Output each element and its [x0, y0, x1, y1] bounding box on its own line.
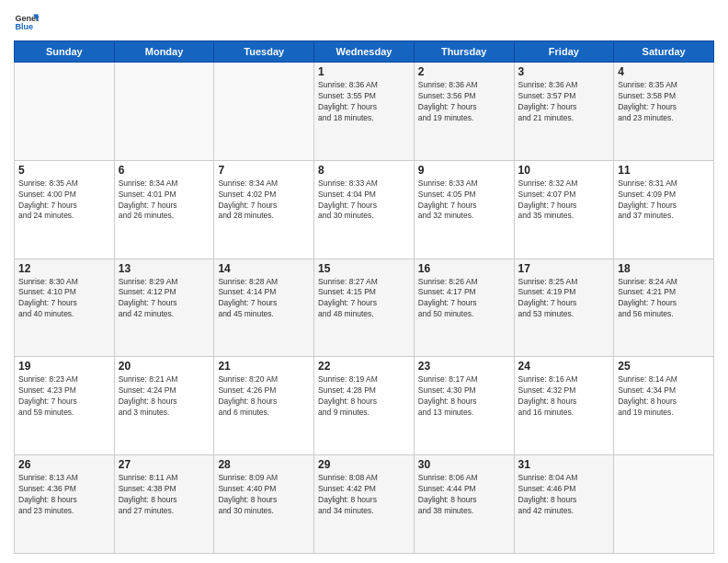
- day-number: 18: [618, 262, 710, 275]
- calendar-day-cell: 20Sunrise: 8:21 AMSunset: 4:24 PMDayligh…: [114, 357, 214, 455]
- day-info: Sunrise: 8:27 AMSunset: 4:15 PMDaylight:…: [318, 277, 410, 321]
- day-info: Sunrise: 8:19 AMSunset: 4:28 PMDaylight:…: [318, 374, 410, 419]
- calendar-day-cell: 29Sunrise: 8:08 AMSunset: 4:42 PMDayligh…: [314, 455, 415, 554]
- day-number: 31: [518, 458, 610, 471]
- day-info: Sunrise: 8:04 AMSunset: 4:46 PMDaylight:…: [518, 473, 610, 517]
- calendar-day-cell: 9Sunrise: 8:33 AMSunset: 4:05 PMDaylight…: [414, 160, 514, 259]
- calendar-day-cell: [214, 63, 314, 161]
- day-number: 8: [318, 164, 410, 177]
- day-number: 5: [18, 164, 110, 177]
- calendar-day-cell: 3Sunrise: 8:36 AMSunset: 3:57 PMDaylight…: [514, 63, 614, 161]
- day-number: 26: [18, 458, 110, 471]
- calendar-week-row: 5Sunrise: 8:35 AMSunset: 4:00 PMDaylight…: [15, 160, 714, 259]
- day-of-week-header: Thursday: [414, 41, 514, 63]
- calendar-day-cell: 4Sunrise: 8:35 AMSunset: 3:58 PMDaylight…: [614, 63, 714, 161]
- day-info: Sunrise: 8:35 AMSunset: 4:00 PMDaylight:…: [18, 178, 110, 223]
- calendar-day-cell: 16Sunrise: 8:26 AMSunset: 4:17 PMDayligh…: [414, 259, 514, 357]
- day-number: 24: [518, 360, 610, 373]
- day-of-week-header: Saturday: [614, 41, 714, 63]
- day-info: Sunrise: 8:28 AMSunset: 4:14 PMDaylight:…: [218, 277, 310, 321]
- calendar-day-cell: 15Sunrise: 8:27 AMSunset: 4:15 PMDayligh…: [314, 259, 415, 357]
- calendar-day-cell: 24Sunrise: 8:16 AMSunset: 4:32 PMDayligh…: [514, 357, 614, 455]
- day-of-week-header: Tuesday: [214, 41, 314, 63]
- day-number: 3: [518, 65, 610, 78]
- logo: General Blue: [14, 9, 43, 35]
- day-info: Sunrise: 8:06 AMSunset: 4:44 PMDaylight:…: [418, 473, 510, 517]
- calendar-table: SundayMondayTuesdayWednesdayThursdayFrid…: [14, 40, 714, 554]
- day-info: Sunrise: 8:17 AMSunset: 4:30 PMDaylight:…: [418, 374, 510, 419]
- calendar-day-cell: 26Sunrise: 8:13 AMSunset: 4:36 PMDayligh…: [15, 455, 115, 554]
- day-number: 11: [618, 164, 710, 177]
- day-number: 21: [218, 360, 310, 373]
- calendar-day-cell: 30Sunrise: 8:06 AMSunset: 4:44 PMDayligh…: [414, 455, 514, 554]
- day-info: Sunrise: 8:35 AMSunset: 3:58 PMDaylight:…: [618, 80, 710, 124]
- day-number: 2: [418, 65, 510, 78]
- day-info: Sunrise: 8:20 AMSunset: 4:26 PMDaylight:…: [218, 374, 310, 419]
- day-info: Sunrise: 8:29 AMSunset: 4:12 PMDaylight:…: [119, 277, 210, 321]
- day-number: 7: [218, 164, 310, 177]
- day-info: Sunrise: 8:36 AMSunset: 3:55 PMDaylight:…: [318, 80, 410, 124]
- day-info: Sunrise: 8:25 AMSunset: 4:19 PMDaylight:…: [518, 277, 610, 321]
- day-number: 27: [119, 458, 210, 471]
- day-info: Sunrise: 8:16 AMSunset: 4:32 PMDaylight:…: [518, 374, 610, 419]
- calendar-day-cell: 11Sunrise: 8:31 AMSunset: 4:09 PMDayligh…: [614, 160, 714, 259]
- calendar-day-cell: 28Sunrise: 8:09 AMSunset: 4:40 PMDayligh…: [214, 455, 314, 554]
- day-info: Sunrise: 8:08 AMSunset: 4:42 PMDaylight:…: [318, 473, 410, 517]
- calendar-day-cell: 1Sunrise: 8:36 AMSunset: 3:55 PMDaylight…: [314, 63, 415, 161]
- calendar-day-cell: 19Sunrise: 8:23 AMSunset: 4:23 PMDayligh…: [15, 357, 115, 455]
- calendar-day-cell: 23Sunrise: 8:17 AMSunset: 4:30 PMDayligh…: [414, 357, 514, 455]
- calendar-day-cell: 10Sunrise: 8:32 AMSunset: 4:07 PMDayligh…: [514, 160, 614, 259]
- day-info: Sunrise: 8:14 AMSunset: 4:34 PMDaylight:…: [618, 374, 710, 419]
- day-info: Sunrise: 8:33 AMSunset: 4:04 PMDaylight:…: [318, 178, 410, 223]
- day-number: 30: [418, 458, 510, 471]
- day-number: 15: [318, 262, 410, 275]
- day-of-week-header: Sunday: [15, 41, 115, 63]
- day-number: 4: [618, 65, 710, 78]
- day-number: 20: [119, 360, 210, 373]
- day-info: Sunrise: 8:26 AMSunset: 4:17 PMDaylight:…: [418, 277, 510, 321]
- day-of-week-header: Monday: [114, 41, 214, 63]
- calendar-day-cell: 21Sunrise: 8:20 AMSunset: 4:26 PMDayligh…: [214, 357, 314, 455]
- calendar-day-cell: 27Sunrise: 8:11 AMSunset: 4:38 PMDayligh…: [114, 455, 214, 554]
- calendar-week-row: 12Sunrise: 8:30 AMSunset: 4:10 PMDayligh…: [15, 259, 714, 357]
- calendar-day-cell: 22Sunrise: 8:19 AMSunset: 4:28 PMDayligh…: [314, 357, 415, 455]
- day-of-week-header: Friday: [514, 41, 614, 63]
- calendar-day-cell: 12Sunrise: 8:30 AMSunset: 4:10 PMDayligh…: [15, 259, 115, 357]
- calendar-day-cell: 13Sunrise: 8:29 AMSunset: 4:12 PMDayligh…: [114, 259, 214, 357]
- page: General Blue SundayMondayTuesdayWednesda…: [0, 0, 728, 563]
- calendar-day-cell: 14Sunrise: 8:28 AMSunset: 4:14 PMDayligh…: [214, 259, 314, 357]
- day-number: 6: [119, 164, 210, 177]
- calendar-day-cell: 6Sunrise: 8:34 AMSunset: 4:01 PMDaylight…: [114, 160, 214, 259]
- day-header-row: SundayMondayTuesdayWednesdayThursdayFrid…: [15, 41, 714, 63]
- day-number: 16: [418, 262, 510, 275]
- day-of-week-header: Wednesday: [314, 41, 415, 63]
- calendar-day-cell: 25Sunrise: 8:14 AMSunset: 4:34 PMDayligh…: [614, 357, 714, 455]
- day-number: 1: [318, 65, 410, 78]
- svg-text:Blue: Blue: [15, 22, 33, 31]
- calendar-day-cell: 2Sunrise: 8:36 AMSunset: 3:56 PMDaylight…: [414, 63, 514, 161]
- day-info: Sunrise: 8:21 AMSunset: 4:24 PMDaylight:…: [119, 374, 210, 419]
- day-info: Sunrise: 8:34 AMSunset: 4:01 PMDaylight:…: [119, 178, 210, 223]
- calendar-day-cell: 17Sunrise: 8:25 AMSunset: 4:19 PMDayligh…: [514, 259, 614, 357]
- day-number: 29: [318, 458, 410, 471]
- calendar-week-row: 26Sunrise: 8:13 AMSunset: 4:36 PMDayligh…: [15, 455, 714, 554]
- day-number: 25: [618, 360, 710, 373]
- day-number: 23: [418, 360, 510, 373]
- day-info: Sunrise: 8:11 AMSunset: 4:38 PMDaylight:…: [119, 473, 210, 517]
- day-number: 10: [518, 164, 610, 177]
- day-info: Sunrise: 8:23 AMSunset: 4:23 PMDaylight:…: [18, 374, 110, 419]
- day-info: Sunrise: 8:09 AMSunset: 4:40 PMDaylight:…: [218, 473, 310, 517]
- day-info: Sunrise: 8:33 AMSunset: 4:05 PMDaylight:…: [418, 178, 510, 223]
- day-number: 22: [318, 360, 410, 373]
- calendar-week-row: 19Sunrise: 8:23 AMSunset: 4:23 PMDayligh…: [15, 357, 714, 455]
- day-info: Sunrise: 8:36 AMSunset: 3:57 PMDaylight:…: [518, 80, 610, 124]
- calendar-day-cell: 8Sunrise: 8:33 AMSunset: 4:04 PMDaylight…: [314, 160, 415, 259]
- day-number: 14: [218, 262, 310, 275]
- calendar-day-cell: 5Sunrise: 8:35 AMSunset: 4:00 PMDaylight…: [15, 160, 115, 259]
- day-number: 9: [418, 164, 510, 177]
- calendar-week-row: 1Sunrise: 8:36 AMSunset: 3:55 PMDaylight…: [15, 63, 714, 161]
- day-number: 12: [18, 262, 110, 275]
- calendar-day-cell: 31Sunrise: 8:04 AMSunset: 4:46 PMDayligh…: [514, 455, 614, 554]
- day-info: Sunrise: 8:30 AMSunset: 4:10 PMDaylight:…: [18, 277, 110, 321]
- calendar-day-cell: [114, 63, 214, 161]
